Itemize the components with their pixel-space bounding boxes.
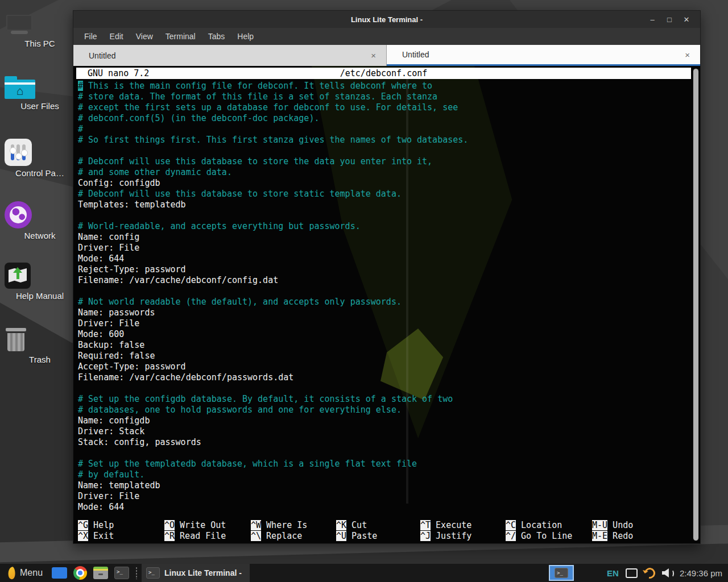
nano-line: # by default.	[78, 469, 689, 480]
desktop-icon-network[interactable]: Network	[5, 201, 75, 240]
nano-line: Stack: config, passwords	[78, 437, 689, 448]
terminal-launcher-icon[interactable]: >_	[114, 567, 129, 579]
close-button[interactable]: ✕	[681, 14, 692, 25]
shortcut-label: Exit	[88, 531, 114, 541]
shortcut-label: Replace	[261, 531, 302, 541]
tab-close-icon[interactable]: ×	[685, 50, 690, 60]
nano-line: # Debconf will use this database to stor…	[78, 156, 689, 167]
shortcut-key: ^C	[506, 520, 516, 530]
nano-shortcut[interactable]: ^O Write Out	[164, 520, 251, 531]
menu-item-terminal[interactable]: Terminal	[159, 28, 202, 45]
nano-line	[78, 286, 689, 297]
nano-line: Config: configdb	[78, 178, 689, 189]
nano-shortcut[interactable]: M-E Redo	[592, 531, 686, 542]
shortcut-key: ^/	[506, 531, 516, 541]
minimize-button[interactable]: –	[647, 14, 658, 25]
nano-line: Backup: false	[78, 340, 689, 351]
window-switcher-active-button[interactable]: >_	[549, 565, 574, 581]
desktop-icon-help-manual[interactable]: Help Manual	[5, 263, 75, 301]
maximize-button[interactable]: □	[664, 14, 675, 25]
shortcut-key: ^K	[336, 520, 346, 530]
nano-line: Mode: 600	[78, 329, 689, 340]
shortcut-label: Execute	[431, 520, 471, 530]
terminal-icon: >_	[146, 567, 160, 579]
chrome-icon[interactable]	[73, 566, 87, 580]
menu-item-file[interactable]: File	[78, 28, 104, 45]
nano-shortcut[interactable]: ^W Where Is	[251, 520, 336, 531]
menu-button[interactable]: Menu	[20, 568, 43, 578]
tab-close-icon[interactable]: ×	[371, 51, 376, 60]
nano-line: # debconf.conf(5) (in the debconf-doc pa…	[78, 113, 689, 124]
nano-shortcut[interactable]: ^U Paste	[336, 531, 420, 542]
nano-shortcut[interactable]: ^\ Replace	[251, 531, 336, 542]
nano-line: Driver: File	[78, 243, 689, 253]
volume-icon[interactable]	[662, 568, 673, 577]
nano-line: Driver: File	[78, 318, 689, 329]
shortcut-key: ^R	[164, 531, 175, 541]
nano-line	[78, 448, 689, 459]
file-manager-icon[interactable]	[52, 567, 67, 579]
nano-line: # store data. The format of this file is…	[78, 92, 689, 102]
shortcut-label: Read File	[175, 531, 226, 541]
shortcut-label: Redo	[607, 531, 633, 541]
nano-line: Name: config	[78, 232, 689, 243]
nano-shortcut[interactable]: ^G Help	[78, 520, 164, 531]
nano-line: # and some other dynamic data.	[78, 167, 689, 178]
keyboard-layout-indicator[interactable]: EN	[607, 568, 619, 578]
menu-item-edit[interactable]: Edit	[104, 28, 130, 45]
nano-shortcut[interactable]: ^J Justify	[420, 531, 506, 542]
desktop-icon-label: Trash	[5, 355, 75, 364]
nano-shortcut[interactable]: ^R Read File	[164, 531, 251, 542]
desktop-icon-user-files[interactable]: ⌂User Files	[5, 76, 75, 111]
terminal-window: Linux Lite Terminal - – □ ✕ FileEditView…	[73, 10, 701, 544]
shortcut-key: ^W	[251, 520, 261, 530]
shortcut-key: ^J	[420, 531, 431, 541]
scrollbar-thumb[interactable]	[693, 69, 698, 541]
nano-line: # databases, one to hold passwords and o…	[78, 405, 689, 415]
nano-line: Name: configdb	[78, 415, 689, 426]
shortcut-label: Paste	[346, 531, 377, 541]
nano-shortcut[interactable]: M-U Undo	[592, 520, 686, 531]
folder-icon: ⌂	[5, 76, 35, 99]
shortcut-key: ^X	[78, 531, 88, 541]
window-titlebar[interactable]: Linux Lite Terminal - – □ ✕	[73, 11, 700, 28]
nano-line: Mode: 644	[78, 502, 689, 513]
nano-line: # Not world readable (the default), and …	[78, 297, 689, 307]
nano-shortcut-bar: ^G Help^O Write Out^W Where Is^K Cut^T E…	[78, 520, 686, 542]
desktop-icon-label: This PC	[5, 39, 75, 48]
nano-shortcut[interactable]: ^X Exit	[78, 531, 164, 542]
shortcut-key: M-U	[592, 520, 607, 530]
shortcut-label: Location	[516, 520, 562, 530]
shortcut-key: M-E	[592, 531, 607, 541]
linux-lite-logo-icon[interactable]	[7, 566, 17, 580]
update-icon[interactable]	[642, 566, 657, 580]
clock[interactable]: 2:49:36 pm	[680, 568, 722, 578]
scrollbar[interactable]	[693, 68, 699, 541]
shortcut-key: ^T	[420, 520, 431, 530]
help-icon	[5, 263, 31, 289]
desktop-icon-trash[interactable]: Trash	[5, 326, 75, 364]
menu-item-view[interactable]: View	[130, 28, 159, 45]
desktop-icon-control-pa[interactable]: Control Pa…	[5, 139, 75, 178]
archive-icon[interactable]	[93, 567, 108, 579]
nano-shortcut[interactable]: ^T Execute	[420, 520, 506, 531]
shortcut-label: Help	[88, 520, 114, 530]
shortcut-label: Undo	[607, 520, 633, 530]
nano-shortcut[interactable]: ^C Location	[506, 520, 592, 531]
nano-line: Accept-Type: password	[78, 361, 689, 372]
nano-shortcut[interactable]: ^/ Go To Line	[506, 531, 592, 542]
nano-shortcut[interactable]: ^K Cut	[336, 520, 420, 531]
workspace-icon[interactable]	[626, 568, 638, 578]
desktop-icon-this-pc[interactable]: This PC	[5, 14, 75, 48]
tab-2[interactable]: Untitled×	[387, 45, 700, 66]
menu-item-help[interactable]: Help	[231, 28, 260, 45]
taskbar-window-button[interactable]: >_ Linux Lite Terminal -	[142, 564, 250, 582]
desktop-icon-label: Help Manual	[5, 291, 75, 301]
nano-line	[78, 146, 689, 156]
menu-item-tabs[interactable]: Tabs	[202, 28, 231, 45]
nano-text-area[interactable]: # This is the main config file for debco…	[78, 81, 689, 513]
taskbar-window-label: Linux Lite Terminal -	[164, 568, 242, 577]
nano-line: # This is the main config file for debco…	[78, 81, 689, 92]
tab-1[interactable]: Untitled×	[73, 45, 387, 66]
terminal-content[interactable]: GNU nano 7.2 /etc/debconf.conf # This is…	[73, 66, 700, 543]
